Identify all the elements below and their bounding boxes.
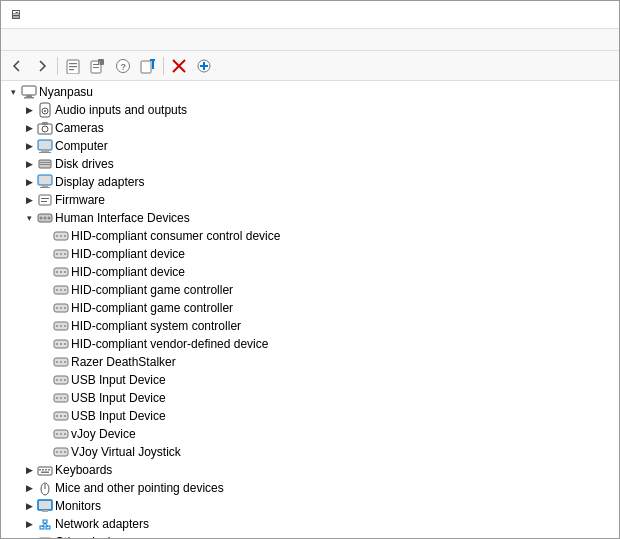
device-icon-usb2: [53, 390, 69, 406]
svg-point-53: [56, 271, 58, 273]
expand-icon-firmware[interactable]: ▶: [21, 192, 37, 208]
device-label-hid4: HID-compliant game controller: [71, 283, 233, 297]
tree-item-firmware[interactable]: ▶Firmware: [1, 191, 619, 209]
tree-item-hid2[interactable]: HID-compliant device: [1, 245, 619, 263]
device-label-firmware: Firmware: [55, 193, 105, 207]
device-label-network: Network adapters: [55, 517, 149, 531]
properties-button[interactable]: [61, 54, 85, 78]
svg-rect-36: [40, 187, 50, 188]
expand-icon-computer[interactable]: ▶: [21, 138, 37, 154]
device-label-usb2: USB Input Device: [71, 391, 166, 405]
svg-point-69: [56, 343, 58, 345]
back-button[interactable]: [5, 54, 29, 78]
menu-action[interactable]: [21, 38, 37, 42]
add-button[interactable]: [192, 54, 216, 78]
device-icon-vjoydev: [53, 426, 69, 442]
device-icon-diskdrives: [37, 156, 53, 172]
tree-item-hid7[interactable]: HID-compliant vendor-defined device: [1, 335, 619, 353]
device-label-mice: Mice and other pointing devices: [55, 481, 224, 495]
tree-item-hid[interactable]: ▾Human Interface Devices: [1, 209, 619, 227]
svg-point-51: [64, 253, 66, 255]
svg-point-47: [64, 235, 66, 237]
tree-item-usb3[interactable]: USB Input Device: [1, 407, 619, 425]
svg-point-77: [56, 379, 58, 381]
menu-view[interactable]: [37, 38, 53, 42]
device-label-usb1: USB Input Device: [71, 373, 166, 387]
tree-item-hid5[interactable]: HID-compliant game controller: [1, 299, 619, 317]
tree-item-hid4[interactable]: HID-compliant game controller: [1, 281, 619, 299]
expand-icon-network[interactable]: ▶: [21, 516, 37, 532]
tree-item-mice[interactable]: ▶Mice and other pointing devices: [1, 479, 619, 497]
tree-item-network[interactable]: ▶Network adapters: [1, 515, 619, 533]
tree-item-usb1[interactable]: USB Input Device: [1, 371, 619, 389]
svg-point-66: [60, 325, 62, 327]
window-icon: 🖥: [9, 7, 22, 22]
forward-button[interactable]: [30, 54, 54, 78]
device-icon-hid6: [53, 318, 69, 334]
tree-item-razer[interactable]: Razer DeathStalker: [1, 353, 619, 371]
tree-item-hid3[interactable]: HID-compliant device: [1, 263, 619, 281]
tree-item-computer[interactable]: ▶Computer: [1, 137, 619, 155]
tree-item-usb2[interactable]: USB Input Device: [1, 389, 619, 407]
device-tree[interactable]: ▾Nyanpasu▶Audio inputs and outputs▶Camer…: [1, 81, 619, 538]
expand-icon-cameras[interactable]: ▶: [21, 120, 37, 136]
svg-point-91: [64, 433, 66, 435]
device-icon-otherdevices: ?: [37, 534, 53, 538]
device-icon-usb1: [53, 372, 69, 388]
device-label-hid1: HID-compliant consumer control device: [71, 229, 280, 243]
expand-icon-hid[interactable]: ▾: [21, 210, 37, 226]
device-icon-vjoy: [53, 444, 69, 460]
help-button[interactable]: ?: [111, 54, 135, 78]
svg-rect-20: [26, 95, 32, 97]
tree-item-monitors[interactable]: ▶Monitors: [1, 497, 619, 515]
device-icon-cameras: [37, 120, 53, 136]
svg-rect-2: [69, 66, 77, 67]
svg-point-54: [60, 271, 62, 273]
device-icon-hid3: [53, 264, 69, 280]
remove-button[interactable]: [167, 54, 191, 78]
tree-item-otherdevices[interactable]: ▾?Other devices: [1, 533, 619, 538]
svg-point-87: [64, 415, 66, 417]
expand-icon-displayadapters[interactable]: ▶: [21, 174, 37, 190]
expand-icon-monitors[interactable]: ▶: [21, 498, 37, 514]
svg-point-24: [44, 110, 46, 112]
device-icon-hid2: [53, 246, 69, 262]
close-button[interactable]: [593, 7, 611, 23]
minimize-button[interactable]: [549, 7, 567, 23]
device-icon-displayadapters: [37, 174, 53, 190]
device-label-nyanpasu: Nyanpasu: [39, 85, 93, 99]
device-icon-razer: [53, 354, 69, 370]
expand-icon-keyboards[interactable]: ▶: [21, 462, 37, 478]
tree-item-displayadapters[interactable]: ▶Display adapters: [1, 173, 619, 191]
menu-file[interactable]: [5, 38, 21, 42]
svg-point-78: [60, 379, 62, 381]
expand-icon-diskdrives[interactable]: ▶: [21, 156, 37, 172]
svg-rect-38: [41, 198, 49, 199]
svg-point-59: [64, 289, 66, 291]
svg-rect-30: [39, 152, 51, 153]
tree-item-vjoydev[interactable]: vJoy Device: [1, 425, 619, 443]
update-button[interactable]: i: [86, 54, 110, 78]
svg-rect-19: [22, 86, 36, 95]
svg-point-82: [60, 397, 62, 399]
device-label-hid7: HID-compliant vendor-defined device: [71, 337, 268, 351]
expand-icon-otherdevices[interactable]: ▾: [21, 534, 37, 538]
tree-item-audio[interactable]: ▶Audio inputs and outputs: [1, 101, 619, 119]
tree-item-nyanpasu[interactable]: ▾Nyanpasu: [1, 83, 619, 101]
maximize-button[interactable]: [571, 7, 589, 23]
tree-item-hid6[interactable]: HID-compliant system controller: [1, 317, 619, 335]
tree-item-keyboards[interactable]: ▶Keyboards: [1, 461, 619, 479]
svg-point-61: [56, 307, 58, 309]
tree-item-cameras[interactable]: ▶Cameras: [1, 119, 619, 137]
expand-icon-mice[interactable]: ▶: [21, 480, 37, 496]
menu-help[interactable]: [53, 38, 69, 42]
svg-point-65: [56, 325, 58, 327]
svg-rect-99: [45, 469, 47, 471]
scan-button[interactable]: [136, 54, 160, 78]
tree-item-hid1[interactable]: HID-compliant consumer control device: [1, 227, 619, 245]
expand-icon-audio[interactable]: ▶: [21, 102, 37, 118]
tree-item-diskdrives[interactable]: ▶Disk drives: [1, 155, 619, 173]
expand-icon-nyanpasu[interactable]: ▾: [5, 84, 21, 100]
tree-item-vjoy[interactable]: VJoy Virtual Joystick: [1, 443, 619, 461]
toolbar-separator-1: [57, 57, 58, 75]
